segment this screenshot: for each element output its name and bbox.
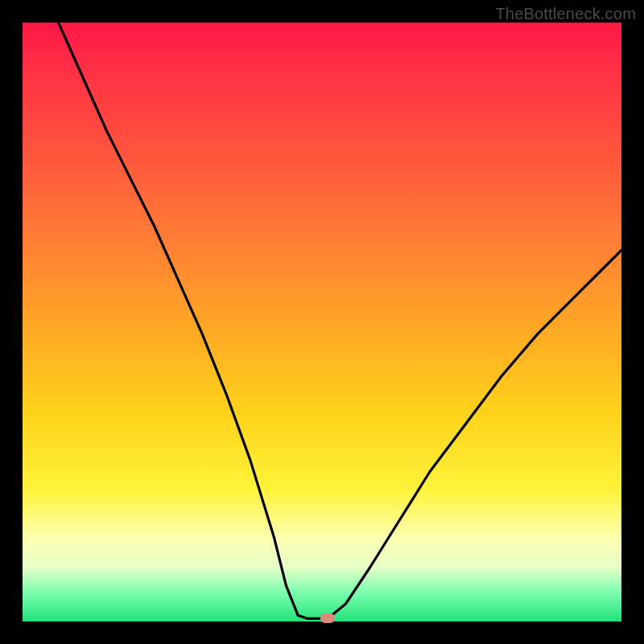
chart-frame: TheBottleneck.com <box>0 0 644 644</box>
minimum-marker <box>320 613 335 623</box>
watermark-text: TheBottleneck.com <box>495 5 636 23</box>
bottleneck-curve <box>23 23 621 621</box>
plot-area <box>23 23 621 621</box>
